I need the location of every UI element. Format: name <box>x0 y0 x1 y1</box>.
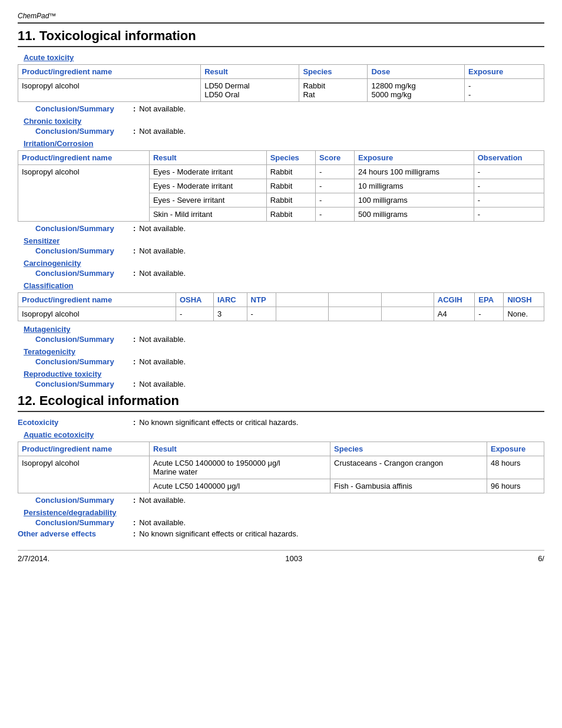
result-cell: Eyes - Moderate irritant <box>149 179 266 193</box>
table-row: Isopropyl alcohol Acute LC50 1400000 to … <box>18 456 544 479</box>
reproductive-toxicity-heading[interactable]: Reproductive toxicity <box>24 370 544 378</box>
sensitizer-heading[interactable]: Sensitizer <box>24 236 544 245</box>
col-species: Species <box>299 65 368 79</box>
species-cell: Rabbit <box>266 165 315 179</box>
col-observation: Observation <box>474 151 544 165</box>
result-cell: Acute LC50 1400000 to 1950000 μg/lMarine… <box>150 456 330 479</box>
other-adverse-label: Other adverse effects <box>18 529 130 538</box>
aquatic-conclusion-row: Conclusion/Summary : Not available. <box>35 496 544 505</box>
species-cell: Crustaceans - Crangon crangon <box>330 456 487 479</box>
species-cell: Rabbit <box>266 193 315 207</box>
exposure-cell: 24 hours 100 milligrams <box>355 165 474 179</box>
col-species: Species <box>266 151 315 165</box>
teratogenicity-heading[interactable]: Teratogenicity <box>24 347 544 356</box>
result-cell: LD50 DermalLD50 Oral <box>201 79 299 102</box>
col-exposure: Exposure <box>465 65 544 79</box>
carcinogenicity-conclusion-row: Conclusion/Summary : Not available. <box>35 269 544 278</box>
col-spacer2 <box>329 293 381 307</box>
irritation-heading[interactable]: Irritation/Corrosion <box>24 139 544 148</box>
col-result: Result <box>150 442 330 456</box>
reproductive-conclusion-label: Conclusion/Summary <box>35 380 130 388</box>
exposure-cell: 500 milligrams <box>355 207 474 222</box>
ecotoxicity-value: No known significant effects or critical… <box>139 418 298 427</box>
mutagenicity-conclusion-label: Conclusion/Summary <box>35 335 130 344</box>
carcinogenicity-heading[interactable]: Carcinogenicity <box>24 259 544 268</box>
acute-toxicity-heading[interactable]: Acute toxicity <box>24 53 544 62</box>
ecotoxicity-label: Ecotoxicity <box>18 418 130 427</box>
teratogenicity-conclusion-row: Conclusion/Summary : Not available. <box>35 357 544 366</box>
spacer1-cell <box>276 307 328 321</box>
ingredient-name: Isopropyl alcohol <box>18 456 150 493</box>
colon: : <box>133 380 135 388</box>
aquatic-table: Product/ingredient name Result Species E… <box>18 442 544 493</box>
persistence-conclusion-row: Conclusion/Summary : Not available. <box>35 518 544 527</box>
carcinogenicity-conclusion-label: Conclusion/Summary <box>35 269 130 278</box>
col-acgih: ACGIH <box>434 293 474 307</box>
sensitizer-conclusion-label: Conclusion/Summary <box>35 246 130 255</box>
reproductive-conclusion-value: Not available. <box>139 380 186 388</box>
col-product-name: Product/ingredient name <box>18 442 150 456</box>
species-cell: RabbitRat <box>299 79 368 102</box>
observation-cell: - <box>474 165 544 179</box>
chronic-conclusion-label: Conclusion/Summary <box>35 127 130 136</box>
col-iarc: IARC <box>213 293 247 307</box>
section11-title: 11. Toxicological information <box>18 28 544 47</box>
epa-cell: - <box>475 307 504 321</box>
score-cell: - <box>316 179 355 193</box>
colon: : <box>133 127 135 136</box>
col-spacer3 <box>381 293 434 307</box>
acute-conclusion-value: Not available. <box>139 104 186 113</box>
reproductive-conclusion-row: Conclusion/Summary : Not available. <box>35 380 544 388</box>
teratogenicity-conclusion-label: Conclusion/Summary <box>35 357 130 366</box>
classification-heading[interactable]: Classification <box>24 281 544 290</box>
ecotoxicity-row: Ecotoxicity : No known significant effec… <box>18 418 544 427</box>
col-species: Species <box>330 442 487 456</box>
result-cell: Skin - Mild irritant <box>149 207 266 222</box>
table-row: Isopropyl alcohol - 3 - A4 - None. <box>18 307 544 321</box>
aquatic-heading[interactable]: Aquatic ecotoxicity <box>24 430 544 439</box>
acute-conclusion-label: Conclusion/Summary <box>35 104 130 113</box>
col-niosh: NIOSH <box>504 293 544 307</box>
col-epa: EPA <box>475 293 504 307</box>
footer-page: 6/ <box>538 554 544 563</box>
footer-page-number: 1003 <box>285 554 302 563</box>
acute-toxicity-table: Product/ingredient name Result Species D… <box>18 64 544 102</box>
chronic-toxicity-heading[interactable]: Chronic toxicity <box>24 117 544 126</box>
dose-cell: 12800 mg/kg5000 mg/kg <box>368 79 465 102</box>
spacer2-cell <box>329 307 381 321</box>
species-cell: Fish - Gambusia affinis <box>330 479 487 493</box>
colon: : <box>133 518 135 527</box>
result-cell: Eyes - Moderate irritant <box>149 165 266 179</box>
observation-cell: - <box>474 179 544 193</box>
observation-cell: - <box>474 193 544 207</box>
col-result: Result <box>201 65 299 79</box>
teratogenicity-conclusion-value: Not available. <box>139 357 186 366</box>
classification-table: Product/ingredient name OSHA IARC NTP AC… <box>18 292 544 321</box>
persistence-conclusion-label: Conclusion/Summary <box>35 518 130 527</box>
col-score: Score <box>316 151 355 165</box>
persistence-heading[interactable]: Persistence/degradability <box>24 508 544 517</box>
spacer3-cell <box>381 307 434 321</box>
mutagenicity-heading[interactable]: Mutagenicity <box>24 325 544 334</box>
species-cell: Rabbit <box>266 179 315 193</box>
footer-date: 2/7/2014. <box>18 554 49 563</box>
colon: : <box>133 357 135 366</box>
acgih-cell: A4 <box>434 307 474 321</box>
col-result: Result <box>149 151 266 165</box>
ntp-cell: - <box>247 307 276 321</box>
exposure-cell: 48 hours <box>487 456 544 479</box>
other-adverse-row: Other adverse effects : No known signifi… <box>18 529 544 538</box>
col-product-name: Product/ingredient name <box>18 151 150 165</box>
aquatic-conclusion-value: Not available. <box>139 496 186 505</box>
ingredient-name: Isopropyl alcohol <box>18 79 201 102</box>
table-row: Isopropyl alcohol Eyes - Moderate irrita… <box>18 165 544 179</box>
observation-cell: - <box>474 207 544 222</box>
iarc-cell: 3 <box>213 307 247 321</box>
colon: : <box>133 104 135 113</box>
other-adverse-value: No known significant effects or critical… <box>139 529 298 538</box>
irritation-conclusion-row: Conclusion/Summary : Not available. <box>35 224 544 233</box>
sensitizer-conclusion-value: Not available. <box>139 246 186 255</box>
mutagenicity-conclusion-row: Conclusion/Summary : Not available. <box>35 335 544 344</box>
exposure-cell: 96 hours <box>487 479 544 493</box>
colon: : <box>133 246 135 255</box>
